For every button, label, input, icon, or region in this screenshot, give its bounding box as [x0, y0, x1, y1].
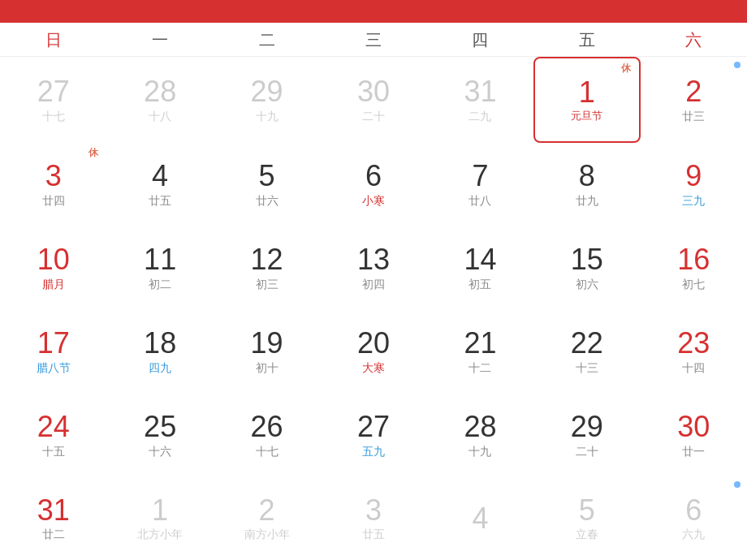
day-lunar: 廿六 — [256, 194, 279, 209]
day-cell[interactable]: 2廿三 — [641, 57, 747, 143]
day-cell[interactable]: 21十二 — [427, 309, 533, 393]
holiday-label: 元旦节 — [571, 109, 602, 123]
day-lunar: 廿九 — [576, 194, 598, 209]
day-cell[interactable]: 11初二 — [106, 226, 213, 310]
holiday-badge: 休 — [89, 146, 98, 160]
day-cell[interactable]: 16初七 — [641, 226, 747, 310]
day-cell[interactable]: 14初五 — [427, 226, 533, 310]
day-lunar: 二十 — [362, 110, 385, 124]
day-cell[interactable]: 20大寒 — [320, 309, 426, 393]
day-cell[interactable]: 8廿九 — [533, 143, 640, 226]
day-number: 7 — [472, 160, 488, 192]
day-number: 10 — [37, 243, 70, 276]
day-lunar: 十五 — [42, 445, 65, 459]
day-lunar: 腊月 — [42, 278, 65, 292]
day-cell[interactable]: 27五九 — [320, 393, 426, 476]
day-cell[interactable]: 5立春 — [533, 476, 640, 560]
day-number: 1 — [152, 494, 168, 527]
day-number: 20 — [357, 327, 390, 360]
day-lunar: 十七 — [256, 445, 279, 459]
day-number: 18 — [144, 327, 176, 360]
day-cell[interactable]: 休3廿四 — [0, 143, 106, 226]
day-lunar: 十七 — [42, 110, 65, 124]
day-cell[interactable]: 12初三 — [214, 226, 320, 310]
day-cell[interactable]: 休1元旦节 — [533, 57, 640, 143]
day-lunar: 廿八 — [468, 194, 491, 209]
day-cell[interactable]: 31廿二 — [0, 476, 106, 560]
day-number: 19 — [251, 327, 283, 360]
day-number: 17 — [37, 327, 70, 360]
day-number: 3 — [45, 160, 62, 192]
day-cell[interactable]: 1北方小年 — [106, 476, 213, 560]
calendar-header[interactable] — [0, 0, 747, 23]
day-cell[interactable]: 9三九 — [641, 143, 747, 226]
day-number: 30 — [677, 411, 710, 443]
calendar-container: 日一二三四五六 27十七28十八29十九30二十31二九休1元旦节2廿三休3廿四… — [0, 0, 747, 560]
day-cell[interactable]: 22十三 — [533, 309, 640, 393]
day-cell[interactable]: 28十九 — [427, 393, 533, 476]
day-lunar: 南方小年 — [244, 528, 290, 542]
day-lunar: 初六 — [576, 278, 598, 292]
day-cell[interactable]: 17腊八节 — [0, 309, 106, 393]
weekday-row: 日一二三四五六 — [0, 23, 747, 57]
day-cell[interactable]: 6六九 — [641, 476, 747, 560]
day-cell[interactable]: 30廿一 — [641, 393, 747, 476]
day-cell[interactable]: 18四九 — [106, 309, 213, 393]
day-number: 13 — [357, 243, 390, 276]
day-cell[interactable]: 2南方小年 — [214, 476, 320, 560]
day-number: 14 — [464, 243, 496, 276]
day-number: 4 — [152, 160, 168, 192]
weekday-五: 五 — [533, 29, 640, 51]
day-cell[interactable]: 10腊月 — [0, 226, 106, 310]
day-number: 11 — [144, 243, 176, 276]
day-number: 30 — [357, 75, 390, 108]
day-lunar: 廿四 — [42, 194, 65, 209]
day-cell[interactable]: 29二十 — [533, 393, 640, 476]
day-number: 6 — [685, 494, 702, 527]
day-cell[interactable]: 24十五 — [0, 393, 106, 476]
day-cell[interactable]: 19初十 — [214, 309, 320, 393]
day-cell[interactable]: 25十六 — [106, 393, 213, 476]
day-cell[interactable]: 31二九 — [427, 57, 533, 143]
weekday-一: 一 — [106, 29, 213, 51]
day-cell[interactable]: 27十七 — [0, 57, 106, 143]
day-lunar: 立春 — [576, 528, 598, 542]
day-cell[interactable]: 4廿五 — [106, 143, 213, 226]
day-cell[interactable]: 30二十 — [320, 57, 426, 143]
day-cell[interactable]: 3廿五 — [320, 476, 426, 560]
day-cell[interactable]: 13初四 — [320, 226, 426, 310]
day-lunar: 北方小年 — [137, 528, 183, 542]
day-lunar: 十三 — [576, 361, 598, 376]
day-lunar: 十四 — [682, 361, 705, 376]
day-number: 15 — [571, 243, 603, 276]
day-lunar: 廿二 — [42, 528, 65, 542]
weekday-六: 六 — [641, 29, 747, 51]
day-number: 23 — [677, 327, 710, 360]
day-cell[interactable]: 7廿八 — [427, 143, 533, 226]
day-lunar: 初十 — [256, 361, 279, 376]
day-number: 5 — [579, 494, 595, 527]
day-lunar: 二九 — [468, 110, 491, 124]
holiday-badge: 休 — [621, 62, 631, 75]
day-number: 31 — [37, 494, 70, 527]
day-cell[interactable]: 29十九 — [214, 57, 320, 143]
day-number: 6 — [365, 160, 382, 192]
day-number: 24 — [37, 411, 70, 443]
day-cell[interactable]: 28十八 — [106, 57, 213, 143]
day-lunar: 初二 — [149, 278, 171, 292]
day-cell[interactable]: 15初六 — [533, 226, 640, 310]
day-number: 29 — [571, 411, 603, 443]
day-cell[interactable]: 6小寒 — [320, 143, 426, 226]
day-cell[interactable]: 26十七 — [214, 393, 320, 476]
day-number: 27 — [357, 411, 390, 443]
day-lunar: 初五 — [468, 278, 491, 292]
day-number: 2 — [685, 75, 702, 108]
day-number: 29 — [251, 75, 283, 108]
day-cell[interactable]: 5廿六 — [214, 143, 320, 226]
day-cell[interactable]: 4 — [427, 476, 533, 560]
day-cell[interactable]: 23十四 — [641, 309, 747, 393]
day-number: 26 — [251, 411, 283, 443]
day-lunar: 四九 — [149, 361, 171, 376]
day-lunar: 廿五 — [362, 528, 385, 542]
day-number: 22 — [571, 327, 603, 360]
